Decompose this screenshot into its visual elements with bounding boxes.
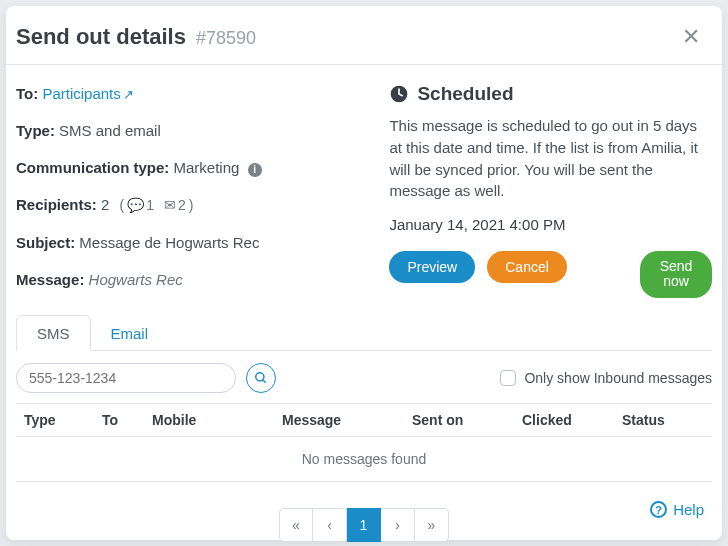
- to-link[interactable]: Participants↗: [42, 85, 133, 102]
- modal-header: Send out details #78590 ✕: [6, 6, 722, 65]
- messages-table: Type To Mobile Message Sent on Clicked S…: [16, 403, 712, 482]
- field-subject: Subject Message de Hogwarts Rec: [16, 232, 365, 253]
- tabs: SMS Email: [16, 314, 712, 351]
- inbound-filter[interactable]: Only show Inbound messages: [500, 370, 712, 386]
- col-clicked: Clicked: [514, 403, 614, 436]
- status-description: This message is scheduled to go out in 5…: [389, 115, 712, 202]
- page-title: Send out details: [16, 24, 186, 50]
- col-message: Message: [274, 403, 404, 436]
- filter-row: Only show Inbound messages: [6, 351, 722, 403]
- close-icon: ✕: [682, 24, 700, 49]
- page-1[interactable]: 1: [347, 508, 381, 542]
- col-to: To: [94, 403, 144, 436]
- search-icon: [254, 371, 268, 385]
- cancel-button[interactable]: Cancel: [487, 251, 567, 283]
- empty-message: No messages found: [16, 436, 712, 481]
- pagination: « ‹ 1 › »: [6, 508, 722, 542]
- help-link[interactable]: ? Help: [650, 501, 704, 518]
- clock-icon: [389, 84, 409, 104]
- tab-sms[interactable]: SMS: [16, 315, 91, 351]
- action-buttons: Preview Cancel Send now: [389, 251, 712, 298]
- page-first[interactable]: «: [279, 508, 313, 542]
- modal-title: Send out details #78590: [16, 24, 256, 50]
- type-label: Type: [16, 122, 59, 139]
- status-heading: Scheduled: [389, 83, 712, 105]
- details-panel: To Participants↗ Type SMS and email Comm…: [16, 83, 365, 306]
- record-id: #78590: [196, 28, 256, 49]
- help-icon: ?: [650, 501, 667, 518]
- sms-icon: 💬: [127, 196, 144, 216]
- svg-line-2: [263, 380, 266, 383]
- phone-search-input[interactable]: [16, 363, 236, 393]
- field-comm-type: Communication type Marketing i: [16, 157, 365, 178]
- inbound-label: Only show Inbound messages: [524, 370, 712, 386]
- message-label: Message: [16, 271, 89, 288]
- svg-point-1: [256, 373, 264, 381]
- external-link-icon: ↗: [123, 87, 134, 102]
- field-recipients: Recipients 2 (💬1 ✉2): [16, 194, 365, 216]
- col-type: Type: [16, 403, 94, 436]
- message-value: Hogwarts Rec: [89, 271, 183, 288]
- modal-body: To Participants↗ Type SMS and email Comm…: [6, 65, 722, 306]
- page-next[interactable]: ›: [381, 508, 415, 542]
- field-message: Message Hogwarts Rec: [16, 269, 365, 290]
- comm-type-label: Communication type: [16, 159, 174, 176]
- subject-value: Message de Hogwarts Rec: [79, 234, 259, 251]
- email-icon: ✉: [164, 196, 176, 216]
- page-prev[interactable]: ‹: [313, 508, 347, 542]
- tab-email[interactable]: Email: [91, 315, 169, 351]
- search-button[interactable]: [246, 363, 276, 393]
- subject-label: Subject: [16, 234, 79, 251]
- comm-type-value: Marketing: [174, 159, 240, 176]
- to-label: To: [16, 85, 42, 102]
- send-now-button[interactable]: Send now: [640, 251, 712, 298]
- field-type: Type SMS and email: [16, 120, 365, 141]
- empty-state-row: No messages found: [16, 436, 712, 481]
- recipients-count: 2: [101, 196, 109, 213]
- type-value: SMS and email: [59, 122, 161, 139]
- field-to: To Participants↗: [16, 83, 365, 104]
- close-button[interactable]: ✕: [682, 26, 700, 48]
- status-panel: Scheduled This message is scheduled to g…: [389, 83, 712, 306]
- table-header-row: Type To Mobile Message Sent on Clicked S…: [16, 403, 712, 436]
- send-out-details-modal: Send out details #78590 ✕ To Participant…: [6, 6, 722, 540]
- info-icon[interactable]: i: [248, 163, 262, 177]
- recipients-label: Recipients: [16, 196, 101, 213]
- inbound-checkbox[interactable]: [500, 370, 516, 386]
- col-status: Status: [614, 403, 712, 436]
- preview-button[interactable]: Preview: [389, 251, 475, 283]
- col-mobile: Mobile: [144, 403, 274, 436]
- page-last[interactable]: »: [415, 508, 449, 542]
- recipients-breakdown: (💬1 ✉2): [120, 197, 194, 213]
- col-sent-on: Sent on: [404, 403, 514, 436]
- status-datetime: January 14, 2021 4:00 PM: [389, 216, 712, 233]
